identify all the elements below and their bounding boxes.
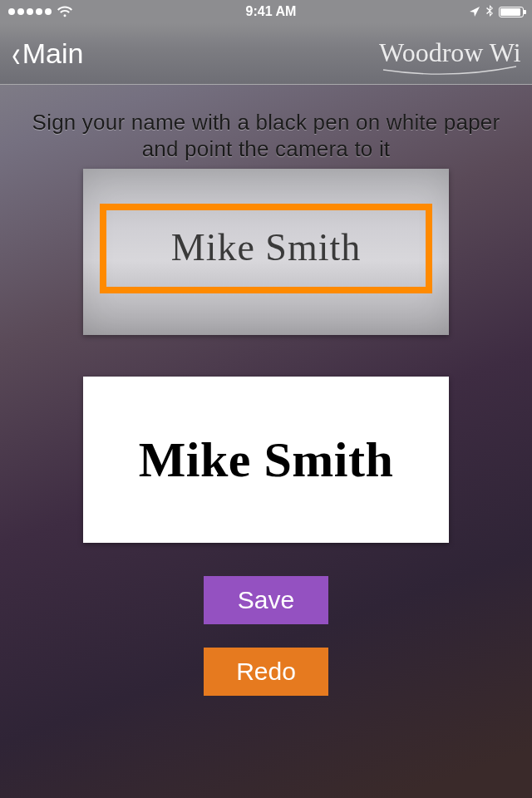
status-right — [469, 5, 524, 18]
chevron-left-icon: ‹ — [12, 36, 20, 72]
back-label: Main — [22, 37, 84, 70]
processed-signature: Mike Smith — [139, 431, 394, 489]
status-bar: 9:41 AM — [0, 0, 532, 23]
status-time: 9:41 AM — [246, 4, 297, 19]
processed-preview: Mike Smith — [83, 377, 449, 543]
app-logo: Woodrow Wilson — [379, 30, 520, 80]
crop-box: Mike Smith — [100, 204, 432, 293]
camera-signature: Mike Smith — [171, 225, 362, 269]
nav-bar: ‹ Main Woodrow Wilson — [0, 23, 532, 85]
wifi-icon — [57, 6, 73, 17]
logo-text: Woodrow Wilson — [379, 37, 520, 67]
camera-preview: Mike Smith — [83, 169, 449, 335]
status-left — [8, 6, 73, 17]
save-button[interactable]: Save — [204, 576, 328, 624]
back-button[interactable]: ‹ Main — [10, 36, 83, 72]
bluetooth-icon — [485, 5, 494, 18]
location-icon — [469, 6, 480, 17]
battery-icon — [499, 7, 524, 17]
content: Sign your name with a black pen on white… — [0, 85, 532, 696]
instruction-text: Sign your name with a black pen on white… — [25, 110, 507, 162]
cellular-signal-icon — [8, 8, 52, 15]
redo-button[interactable]: Redo — [204, 648, 328, 696]
